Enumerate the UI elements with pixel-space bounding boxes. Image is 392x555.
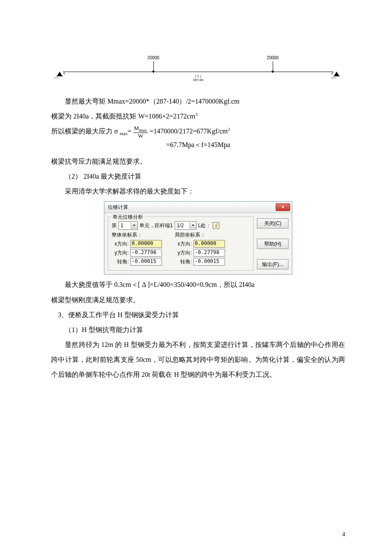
support-left-id: 1: [63, 71, 65, 75]
beam-mid-1: ( 1 ): [193, 74, 203, 78]
paragraph-mmax: 显然最大弯矩 Mmax=20000*（287-140）/2=1470000Kgf…: [51, 94, 345, 109]
text: 横梁为 2I40a，其截面抵抗矩 W=1086×2=2172cm: [51, 113, 195, 120]
dialog-buttons: 关闭(C) 帮助(H) 输出(F)...: [257, 217, 288, 271]
sup: 3: [195, 112, 198, 117]
dialog-title-text: 位移计算: [108, 204, 128, 210]
dropdown-value: 1/2: [177, 223, 190, 228]
btn-label: 输出(F)...: [262, 261, 283, 268]
label: 单元，距杆端1: [139, 222, 173, 229]
paragraph-deflection-2: 横梁型钢刚度满足规范要求。: [51, 292, 345, 307]
btn-label: 帮助(H): [264, 240, 282, 248]
label-angle: 转角:: [112, 258, 129, 266]
paragraph-conclusion-1: 横梁抗弯应力能满足规范要求。: [51, 154, 345, 169]
text: =1470000/2172=677Kgf/cm: [150, 127, 228, 135]
beam-diagram: 20000 20000 1 ○○○ 2 ○○○ ( 1 ) 287.00: [51, 51, 345, 83]
beam-mid-note: ( 1 ) 287.00: [193, 74, 203, 82]
chevron-down-icon: [190, 222, 196, 229]
check-icon: √: [215, 223, 217, 228]
fraction: Mmax W: [133, 125, 148, 139]
frac-num-sub: max: [139, 127, 147, 133]
support-right-id: 2: [331, 71, 333, 75]
output-button[interactable]: 输出(F)...: [257, 259, 288, 269]
btn-label: 关闭(C): [264, 220, 282, 227]
frac-den: W: [133, 133, 148, 139]
group-title: 单元位移分析: [111, 214, 145, 221]
label-y: y方向:: [175, 249, 192, 257]
global-x-input[interactable]: 0.00000: [130, 240, 162, 248]
unit-dropdown[interactable]: 1: [118, 221, 138, 230]
paragraph-section-modulus: 横梁为 2I40a，其截面抵抗矩 W=1086×2=2172cm3: [51, 109, 345, 124]
local-x-input[interactable]: 0.00000: [193, 240, 225, 248]
displacement-dialog: 位移计算 × 单元位移分析 第 1 单元，距杆端1: [104, 201, 292, 275]
frac-num: M: [134, 125, 139, 131]
col-title-global: 整体坐标系：: [112, 231, 162, 239]
paragraph-hbeam: 显然跨径为 12m 的 H 型钢受力最为不利，按简支梁进行计算，按罐车两个后轴的…: [51, 337, 345, 382]
column-global: 整体坐标系： x方向: 0.00000 y方向: -0.27798 转角:: [112, 231, 162, 267]
text: =: [128, 127, 132, 135]
sup: 2: [228, 127, 231, 132]
dialog-screenshot: 位移计算 × 单元位移分析 第 1 单元，距杆端1: [51, 201, 345, 275]
global-angle-input[interactable]: -0.00015: [130, 258, 162, 266]
heading-2: （2） 2I40a 最大挠度计算: [51, 169, 345, 184]
paragraph-result: =67.7Mpa＜f=145Mpa: [51, 141, 345, 150]
page-number: 4: [342, 531, 345, 538]
col-title-local: 局部坐标系：: [175, 231, 225, 239]
load-value-2: 20000: [262, 55, 283, 60]
column-local: 局部坐标系： x方向: 0.00000 y方向: -0.27798 转角:: [175, 231, 225, 267]
dropdown-value: 1: [121, 223, 131, 228]
support-left: 1 ○○○: [57, 72, 62, 77]
beam-line: [63, 72, 333, 72]
local-y-input[interactable]: -0.27798: [193, 249, 225, 257]
beam-mid-2: 287.00: [193, 78, 203, 82]
label: L处：: [198, 222, 211, 229]
label: 第: [112, 222, 117, 229]
paragraph-solver-intro: 采用清华大学求解器求得的最大挠度如下：: [51, 184, 345, 199]
close-icon: ×: [282, 204, 284, 209]
load-arrow-2: 20000: [273, 55, 283, 60]
help-button[interactable]: 帮助(H): [257, 239, 288, 249]
label-x: x方向:: [112, 240, 129, 248]
label-angle: 转角:: [175, 258, 192, 266]
heading-section-3: 3、便桥及工作平台 H 型钢纵梁受力计算: [51, 307, 345, 322]
support-right: 2 ○○○: [334, 72, 339, 77]
paragraph-sigma: 所以横梁的最大应力 σ max= Mmax W =1470000/2172=67…: [51, 124, 345, 139]
paragraph-deflection-1: 最大挠度值等于 0.3cm＜[ Δ ]=L/400=350/400=0.9cm，…: [51, 277, 345, 292]
dialog-titlebar: 位移计算 ×: [104, 202, 292, 213]
checkbox-lchu[interactable]: √: [213, 222, 219, 229]
position-dropdown[interactable]: 1/2: [175, 221, 196, 230]
close-button[interactable]: 关闭(C): [257, 218, 288, 228]
group-unit-analysis: 单元位移分析 第 1 单元，距杆端1 1/2 L处：: [108, 217, 254, 271]
global-y-input[interactable]: -0.27798: [130, 249, 162, 257]
document-page: 20000 20000 1 ○○○ 2 ○○○ ( 1 ) 287.00 显然最…: [0, 0, 392, 555]
label-x: x方向:: [175, 240, 192, 248]
window-close-button[interactable]: ×: [276, 203, 290, 211]
text: 所以横梁的最大应力 σ: [51, 127, 120, 135]
load-arrow-1: 20000: [153, 55, 164, 60]
row-selector: 第 1 单元，距杆端1 1/2 L处： √: [112, 221, 250, 230]
chevron-down-icon: [131, 222, 137, 229]
heading-3-1: （1）H 型钢抗弯能力计算: [51, 322, 345, 337]
label-y: y方向:: [112, 249, 129, 257]
sub: max: [120, 131, 128, 136]
local-angle-input[interactable]: -0.00015: [193, 258, 225, 266]
load-value-1: 20000: [143, 55, 164, 60]
